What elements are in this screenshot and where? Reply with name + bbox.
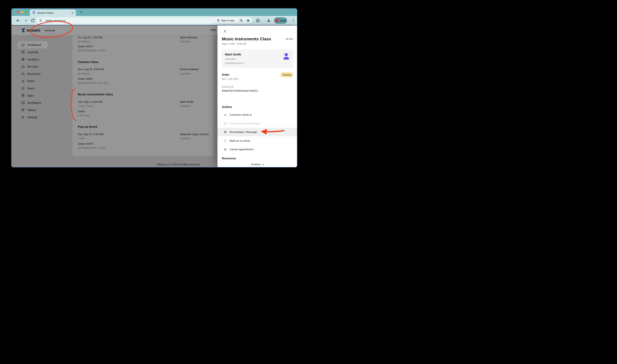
actions-label: Actions xyxy=(222,105,232,108)
download-icon[interactable] xyxy=(267,18,271,23)
dim-overlay[interactable] xyxy=(12,26,217,168)
url-text: admin.sesami.co xyxy=(46,19,66,22)
panel-time-range: Sep 2, 8:00 – 9:00 AM xyxy=(222,42,247,45)
tab-strip: Sesami Admin ✕ + xyxy=(12,9,297,16)
sesami-favicon-hourglass-icon xyxy=(32,11,35,14)
open-in-app-chip[interactable]: Open in app xyxy=(215,18,237,23)
open-in-app-label: Open in app xyxy=(221,19,234,22)
booking-id-label: Booking ID xyxy=(222,85,234,88)
tab-close-icon[interactable]: ✕ xyxy=(71,11,74,14)
profile-avatar-icon xyxy=(275,18,279,23)
site-settings-icon[interactable] xyxy=(39,19,42,22)
action-customer-check-in[interactable]: Customer check in xyxy=(217,110,297,119)
zoom-out-icon[interactable] xyxy=(239,19,243,22)
resources-label: Resources xyxy=(222,157,236,160)
action-cancel-appointment[interactable]: Cancel appointment xyxy=(217,145,297,154)
page-content: sesami Montreal Help Dashboard xyxy=(12,26,297,168)
timeline-toggle[interactable]: Timeline xyxy=(217,163,297,166)
appointment-detail-panel: Music Instruments Class 60 min Sep 2, 8:… xyxy=(217,26,297,168)
sesami-hourglass-icon xyxy=(217,19,220,22)
customer-email: mark@sesami.co xyxy=(225,62,244,65)
action-label: Customer check in xyxy=(230,113,252,116)
action-label: Resend email confirmation xyxy=(230,122,261,125)
timeline-label: Timeline xyxy=(251,163,261,166)
customer-card[interactable]: Mark Smith Unknown mark@sesami.co xyxy=(222,49,293,68)
order-meta: N/A • 100 USD xyxy=(222,78,238,80)
action-label: Reschedule / Reassign xyxy=(230,130,257,133)
toolbar-separator xyxy=(265,18,265,23)
check-icon xyxy=(224,113,227,117)
url-bar[interactable]: admin.sesami.co Open in app xyxy=(36,17,252,24)
action-resend-email-confirmation[interactable]: Resend email confirmation xyxy=(217,119,297,128)
forward-icon[interactable] xyxy=(23,18,28,23)
person-silhouette-icon xyxy=(282,52,290,60)
customer-avatar xyxy=(282,52,290,60)
exclamation-icon xyxy=(224,139,227,143)
close-x-icon xyxy=(224,148,227,151)
zoom-window-button[interactable] xyxy=(25,11,27,13)
reload-icon[interactable] xyxy=(31,18,35,23)
reschedule-repeat-icon xyxy=(224,130,227,134)
browser-menu-icon[interactable] xyxy=(291,18,295,23)
browser-tab[interactable]: Sesami Admin ✕ xyxy=(30,10,76,16)
status-badge: Pending xyxy=(280,72,293,77)
order-label: Order xyxy=(222,73,229,76)
action-label: Mark as no-show xyxy=(230,139,250,142)
close-window-button[interactable] xyxy=(17,11,19,13)
profile-label: Work xyxy=(280,19,286,22)
customer-name: Mark Smith xyxy=(225,53,241,56)
tab-title: Sesami Admin xyxy=(37,11,71,14)
panel-duration: 60 min xyxy=(286,38,293,40)
minimize-window-button[interactable] xyxy=(21,11,23,13)
mail-icon xyxy=(224,122,227,125)
browser-window: Sesami Admin ✕ + admin.sesami.co xyxy=(11,8,297,168)
extensions-puzzle-icon[interactable] xyxy=(256,18,260,23)
browser-toolbar: admin.sesami.co Open in app xyxy=(12,16,297,25)
back-icon[interactable] xyxy=(16,18,20,23)
new-tab-button[interactable]: + xyxy=(78,9,85,15)
panel-title: Music Instruments Class xyxy=(222,37,279,41)
customer-status: Unknown xyxy=(225,58,235,60)
bookmark-star-icon[interactable] xyxy=(246,19,250,22)
action-label: Cancel appointment xyxy=(230,148,253,151)
booking-id-value: 68a619a70348e4aaa7da2f22 xyxy=(222,89,258,92)
action-reschedule-reassign[interactable]: Reschedule / Reassign xyxy=(217,128,297,136)
profile-chip[interactable]: Work xyxy=(274,17,287,24)
action-mark-as-no-show[interactable]: Mark as no-show xyxy=(217,136,297,145)
chevron-up-icon xyxy=(262,163,264,166)
back-chevron-icon[interactable] xyxy=(223,29,227,33)
